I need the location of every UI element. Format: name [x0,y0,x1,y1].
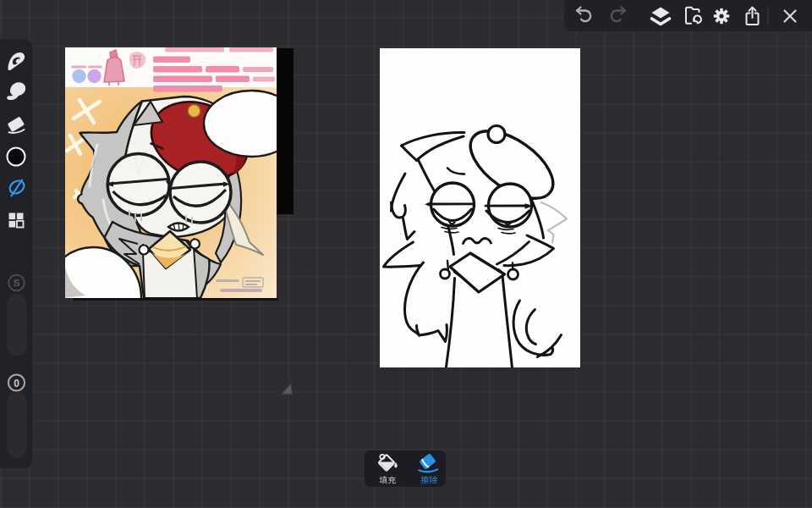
svg-text:S: S [14,278,20,288]
svg-text:0: 0 [14,378,19,389]
